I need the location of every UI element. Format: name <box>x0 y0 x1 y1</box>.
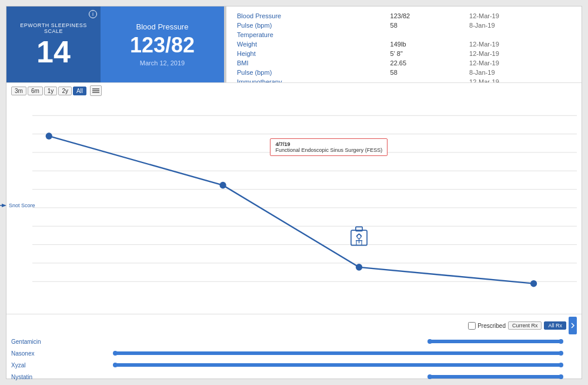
rx-dot-start <box>113 351 118 356</box>
rx-section: Prescribed Current Rx All Rx Gentamicin … <box>6 314 582 379</box>
data-point-1 <box>46 132 52 140</box>
rx-medication-name: Xyzal <box>11 362 52 369</box>
epworth-panel: EPWORTH SLEEPINESS SCALE i 14 <box>6 6 101 82</box>
vitals-value: 58 <box>387 68 466 77</box>
current-rx-btn[interactable]: Current Rx <box>508 321 542 330</box>
vitals-label: Immunotherapy <box>233 77 387 82</box>
rx-medication-name: Gentamicin <box>11 338 52 345</box>
vitals-label: Blood Pressure <box>233 11 387 21</box>
vitals-value: 149lb <box>387 39 466 49</box>
rx-bar <box>430 375 561 379</box>
bp-title: Blood Pressure <box>136 22 189 31</box>
vitals-panel: Blood Pressure 123/82 12-Mar-19 Pulse (b… <box>226 6 582 82</box>
svg-marker-4 <box>2 204 6 207</box>
surgery-description: Functional Endoscopic Sinus Surgery (FES… <box>276 147 383 153</box>
vitals-row: BMI 22.65 12-Mar-19 <box>233 58 574 68</box>
rx-row: Nasonex <box>11 349 577 358</box>
chart-svg-container: 110 100 90 80 70 60 50 40 30 20 10 0 <box>32 97 577 302</box>
chart-legend: Snot Score <box>0 203 35 208</box>
chart-svg: 110 100 90 80 70 60 50 40 30 20 10 0 <box>32 97 577 302</box>
rx-bar <box>115 351 561 355</box>
time-btn-6m[interactable]: 6m <box>28 87 43 95</box>
prescribed-checkbox[interactable] <box>468 322 476 330</box>
rx-bar-container <box>52 374 577 379</box>
data-point-4 <box>530 280 537 287</box>
rx-dot-end <box>559 363 563 367</box>
rx-row: Xyzal <box>11 360 577 370</box>
bp-value: 123/82 <box>130 35 195 56</box>
top-section: EPWORTH SLEEPINESS SCALE i 14 Blood Pres… <box>6 6 582 83</box>
vitals-date: 12-Mar-19 <box>466 39 574 49</box>
vitals-label: Temperature <box>233 30 387 39</box>
vitals-date: 8-Jan-19 <box>466 68 574 77</box>
vitals-label: Height <box>233 49 387 58</box>
vitals-value: 5' 8" <box>387 49 466 58</box>
rx-dot-end <box>559 351 563 356</box>
rx-bar-container <box>52 363 577 367</box>
vitals-date: 12-Mar-19 <box>466 11 574 21</box>
svg-point-34 <box>357 234 361 238</box>
time-btn-3m[interactable]: 3m <box>11 87 26 95</box>
chart-section: 3m 6m 1y 2y All <box>6 83 582 314</box>
chart-wrapper: Snot Score 110 <box>11 97 577 314</box>
rx-dot-start <box>113 363 118 367</box>
time-btn-1y[interactable]: 1y <box>44 87 58 95</box>
legend-label: Snot Score <box>9 203 35 208</box>
chart-controls: 3m 6m 1y 2y All <box>11 85 577 96</box>
rx-medication-name: Nystatin <box>11 374 52 380</box>
surgery-date: 4/7/19 <box>276 141 383 147</box>
vitals-row: Pulse (bpm) 58 8-Jan-19 <box>233 21 574 30</box>
vitals-row: Pulse (bpm) 58 8-Jan-19 <box>233 68 574 77</box>
vitals-date: 12-Mar-19 <box>466 58 574 68</box>
rx-bar-container <box>52 351 577 356</box>
vitals-date <box>466 30 574 39</box>
vitals-value <box>387 30 466 39</box>
all-rx-btn[interactable]: All Rx <box>544 321 566 330</box>
vitals-label: Pulse (bpm) <box>233 21 387 30</box>
rx-bar <box>115 363 561 367</box>
rx-rows: Gentamicin Nasonex Xyzal Nystatin <box>11 337 577 381</box>
rx-dot-end <box>559 339 563 344</box>
y-axis-area: Snot Score <box>11 97 32 314</box>
rx-scroll-btn[interactable] <box>569 317 577 334</box>
vitals-table: Blood Pressure 123/82 12-Mar-19 Pulse (b… <box>233 11 574 82</box>
data-point-3 <box>356 264 362 271</box>
rx-bar-container <box>52 339 577 344</box>
vitals-label: Weight <box>233 39 387 49</box>
rx-row: Gentamicin <box>11 337 577 346</box>
vitals-row: Weight 149lb 12-Mar-19 <box>233 39 574 49</box>
vitals-row: Immunotherapy 12-Mar-19 <box>233 77 574 82</box>
surgery-tooltip: 4/7/19 Functional Endoscopic Sinus Surge… <box>270 138 388 156</box>
info-icon[interactable]: i <box>89 10 97 18</box>
bp-panel: Blood Pressure 123/82 March 12, 2019 <box>101 6 224 82</box>
vitals-value: 123/82 <box>387 11 466 21</box>
time-btn-all[interactable]: All <box>73 87 86 95</box>
filter-icon-btn[interactable] <box>90 85 102 96</box>
vitals-date: 12-Mar-19 <box>466 49 574 58</box>
rx-medication-name: Nasonex <box>11 350 52 357</box>
rx-controls: Prescribed Current Rx All Rx <box>11 317 577 334</box>
vitals-value: 58 <box>387 21 466 30</box>
epworth-score: 14 <box>36 36 71 67</box>
vitals-row: Height 5' 8" 12-Mar-19 <box>233 49 574 58</box>
epworth-title: EPWORTH SLEEPINESS SCALE <box>11 22 96 34</box>
vitals-date: 8-Jan-19 <box>466 21 574 30</box>
vitals-date: 12-Mar-19 <box>466 77 574 82</box>
rx-row: Nystatin <box>11 372 577 381</box>
time-btn-2y[interactable]: 2y <box>58 87 72 95</box>
vitals-row: Temperature <box>233 30 574 39</box>
chart-line <box>49 136 533 284</box>
rx-bar <box>430 340 561 343</box>
prescribed-label[interactable]: Prescribed <box>468 322 506 330</box>
bp-date: March 12, 2019 <box>140 59 185 67</box>
vitals-label: BMI <box>233 58 387 68</box>
rx-dot-end <box>559 374 563 379</box>
vitals-value: 22.65 <box>387 58 466 68</box>
vitals-label: Pulse (bpm) <box>233 68 387 77</box>
vitals-value <box>387 77 466 82</box>
main-container: EPWORTH SLEEPINESS SCALE i 14 Blood Pres… <box>6 6 582 379</box>
vitals-row: Blood Pressure 123/82 12-Mar-19 <box>233 11 574 21</box>
data-point-2 <box>219 182 226 189</box>
